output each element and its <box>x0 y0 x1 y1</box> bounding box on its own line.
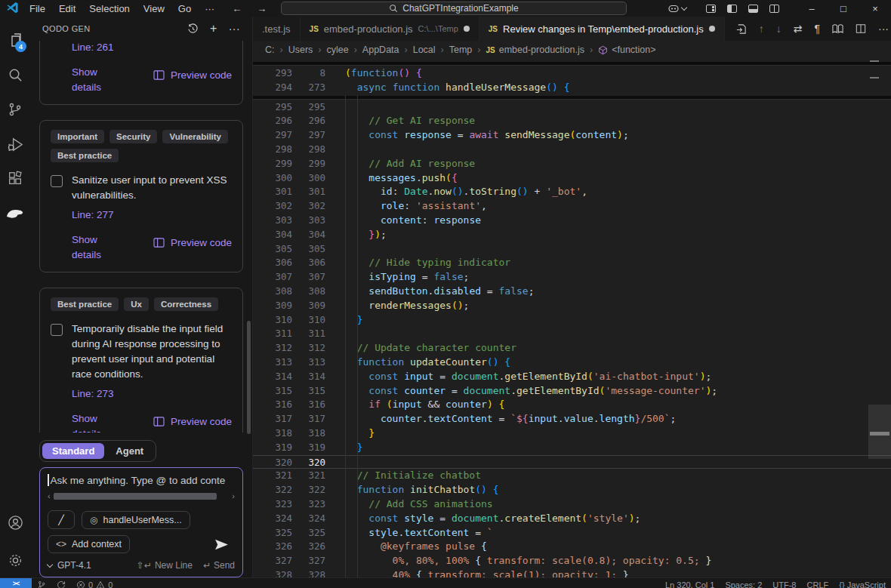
menu-item[interactable]: ··· <box>198 3 221 14</box>
mode-standard[interactable]: Standard <box>42 443 104 459</box>
suggestion-checkbox[interactable] <box>51 175 63 187</box>
dirty-indicator[interactable] <box>709 26 715 32</box>
collapsed-region-separator[interactable] <box>253 62 891 66</box>
previous-change-icon[interactable]: ↑ <box>759 23 764 35</box>
settings-gear-icon[interactable] <box>0 543 30 577</box>
remote-indicator[interactable]: >< <box>0 578 32 588</box>
chat-input-box[interactable]: Ask me anything. Type @ to add conte ‹ ›… <box>39 467 243 577</box>
status-item[interactable]: Ln 320, Col 1 <box>660 578 720 588</box>
show-details-link[interactable]: Show details <box>72 65 128 95</box>
breadcrumb[interactable]: C:›Users›cylee›AppData›Local›Temp›JSembe… <box>253 41 891 59</box>
command-center-search[interactable]: ChatGPTIntegrationExample <box>281 2 627 15</box>
minimap-slider[interactable] <box>870 432 889 436</box>
preview-code-button[interactable]: Preview code <box>153 69 232 81</box>
code-line[interactable]: 310310 } <box>253 313 891 328</box>
code-line[interactable]: 294273 async function handleUserMessage(… <box>253 81 891 95</box>
breadcrumb-item[interactable]: cylee <box>327 45 349 55</box>
more-actions-icon[interactable]: ··· <box>878 23 889 35</box>
code-line[interactable]: 2938(function() { <box>253 66 891 81</box>
code-line[interactable]: 325325 style.textContent = ` <box>253 526 891 540</box>
window-close-button[interactable]: × <box>859 0 891 17</box>
code-line[interactable]: 322322 function initChatbot() { <box>253 483 891 497</box>
breadcrumb-item[interactable]: AppData <box>362 45 399 55</box>
code-line[interactable]: 298298 <box>253 143 891 157</box>
suggestion-checkbox[interactable] <box>51 324 63 336</box>
extensions-icon[interactable] <box>0 162 30 196</box>
code-line[interactable]: 320320 <box>253 455 891 469</box>
breadcrumb-item[interactable]: JSembed-production.js <box>486 45 585 55</box>
history-icon[interactable] <box>187 23 199 35</box>
code-line[interactable]: 318318 } <box>253 426 891 441</box>
next-change-icon[interactable]: ↓ <box>776 23 782 35</box>
breadcrumb-item[interactable]: Local <box>413 45 436 55</box>
code-line[interactable]: 327327 0%, 80%, 100% { transform: scale(… <box>253 554 891 568</box>
preview-code-button[interactable]: Preview code <box>153 416 232 427</box>
customize-layout-icon[interactable] <box>706 5 716 13</box>
code-line[interactable]: 303303 content: response <box>253 214 891 228</box>
code-line[interactable]: 312312 // Update character counter <box>253 341 891 356</box>
code-line[interactable]: 315315 const counter = document.getEleme… <box>253 384 891 399</box>
editor-tab[interactable]: JSReview changes in Temp\embed-productio… <box>479 17 725 41</box>
toggle-sidebar-icon[interactable] <box>727 5 737 13</box>
word-wrap-icon[interactable] <box>832 23 843 35</box>
explorer-icon[interactable]: 4 <box>0 23 30 57</box>
menu-item[interactable]: Selection <box>82 3 136 14</box>
code-line[interactable]: 299299 // Add AI response <box>253 157 891 171</box>
copilot-menu[interactable] <box>667 2 686 14</box>
sync-item[interactable] <box>51 578 71 588</box>
input-hscrollbar[interactable]: ‹ › <box>48 491 235 500</box>
code-line[interactable]: 306306 // Hide typing indicator <box>253 256 891 270</box>
code-line[interactable]: 301301 id: Date.now().toString() + '_bot… <box>253 185 891 199</box>
toggle-panel-icon[interactable] <box>748 5 758 13</box>
model-selector[interactable]: GPT-4.1 <box>48 560 91 571</box>
toggle-whitespace-icon[interactable]: ¶ <box>814 23 820 35</box>
code-line[interactable]: 313313 function updateCounter() { <box>253 356 891 370</box>
edit-context-button[interactable]: ╱ <box>48 510 75 529</box>
breadcrumb-item[interactable]: Users <box>288 45 313 55</box>
code-line[interactable]: 328328 40% { transform: scale(1); opacit… <box>253 568 891 577</box>
dirty-indicator[interactable] <box>464 26 470 32</box>
code-line[interactable]: 295295 <box>253 100 891 115</box>
code-line[interactable]: 321321 // Initialize chatbot <box>253 469 891 483</box>
branch-item[interactable] <box>32 578 51 588</box>
scroll-right-icon[interactable]: › <box>232 491 235 500</box>
code-line[interactable]: 307307 isTyping = false; <box>253 270 891 285</box>
breadcrumb-item[interactable]: C: <box>265 45 275 55</box>
code-line[interactable]: 309309 renderMessages(); <box>253 299 891 313</box>
status-item[interactable]: Spaces: 2 <box>720 578 767 588</box>
collapsed-region-separator[interactable] <box>253 96 891 100</box>
send-button[interactable] <box>214 538 229 551</box>
status-item[interactable]: {} JavaScript <box>834 578 891 588</box>
status-item[interactable]: CRLF <box>802 578 834 588</box>
search-sidebar-icon[interactable] <box>0 57 30 92</box>
problems-item[interactable]: 0 0 <box>71 578 118 588</box>
code-line[interactable]: 324324 const style = document.createElem… <box>253 512 891 526</box>
status-item[interactable]: UTF-8 <box>767 578 801 588</box>
code-line[interactable]: 319319 } <box>253 441 891 455</box>
code-line[interactable]: 314314 const input = document.getElement… <box>253 370 891 384</box>
forward-arrow-icon[interactable]: → <box>257 3 267 14</box>
mode-agent[interactable]: Agent <box>106 443 153 459</box>
qodo-gen-icon[interactable] <box>0 196 30 231</box>
toggle-secondary-sidebar-icon[interactable] <box>769 5 779 13</box>
code-line[interactable]: 323323 // Add CSS animations <box>253 497 891 512</box>
window-minimize-button[interactable]: – <box>796 0 828 17</box>
run-debug-icon[interactable] <box>0 127 30 162</box>
code-line[interactable]: 297297 const response = await sendMessag… <box>253 128 891 143</box>
accounts-icon[interactable] <box>0 505 30 540</box>
code-line[interactable]: 317317 counter.textContent = `${input.va… <box>253 412 891 426</box>
editor-tab[interactable]: JSembed-production.jsC:\...\Temp <box>301 17 479 41</box>
context-chip[interactable]: ◎ handleUserMess... <box>82 511 190 529</box>
code-line[interactable]: 326326 @keyframes pulse { <box>253 540 891 554</box>
add-context-button[interactable]: <> Add context <box>48 535 130 553</box>
code-line[interactable]: 308308 sendButton.disabled = false; <box>253 285 891 299</box>
window-maximize-button[interactable]: □ <box>828 0 859 17</box>
new-chat-icon[interactable]: + <box>210 22 217 35</box>
breadcrumb-item[interactable]: <function> <box>598 45 655 55</box>
menu-item[interactable]: File <box>23 3 52 14</box>
breadcrumb-item[interactable]: Temp <box>449 45 473 55</box>
code-line[interactable]: 302302 role: 'assistant', <box>253 199 891 214</box>
show-details-link[interactable]: Show details <box>72 232 128 263</box>
hscroll-thumb[interactable] <box>54 493 217 500</box>
editor-tab[interactable]: .test.js <box>253 17 301 41</box>
